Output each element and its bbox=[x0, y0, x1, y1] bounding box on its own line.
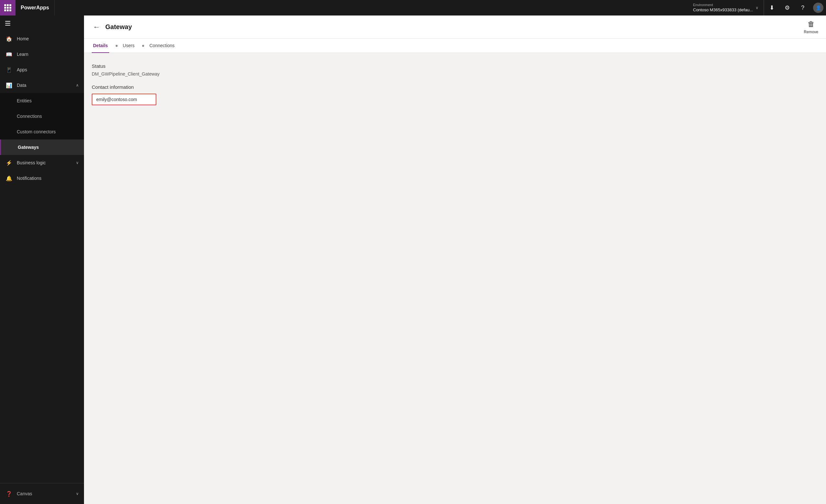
sidebar-item-notifications[interactable]: 🔔 Notifications bbox=[0, 171, 84, 186]
environment-name: Contoso M365x933833 (defau... bbox=[693, 7, 753, 12]
sidebar-item-apps[interactable]: 📱 Apps bbox=[0, 62, 84, 77]
gateway-name: DM_GWPipeline_Client_Gateway bbox=[92, 71, 818, 76]
canvas-chevron-icon: ∨ bbox=[76, 491, 79, 496]
environment-selector[interactable]: Environment Contoso M365x933833 (defau..… bbox=[688, 0, 764, 15]
business-logic-chevron-icon: ∨ bbox=[76, 161, 79, 165]
data-icon: 📊 bbox=[5, 81, 13, 89]
sidebar-item-business-logic[interactable]: ⚡ Business logic ∨ bbox=[0, 155, 84, 171]
settings-button[interactable]: ⚙ bbox=[779, 0, 795, 15]
download-icon: ⬇ bbox=[769, 4, 774, 11]
sidebar-nav: 🏠 Home 📖 Learn 📱 Apps 📊 Data ∧ Entities bbox=[0, 31, 84, 483]
notifications-icon: 🔔 bbox=[5, 174, 13, 182]
waffle-button[interactable] bbox=[0, 0, 15, 15]
avatar-letter: 👤 bbox=[816, 5, 821, 10]
environment-label: Environment bbox=[693, 3, 753, 7]
sidebar-label-entities: Entities bbox=[17, 98, 32, 103]
sidebar-footer: ❓ Canvas ∨ bbox=[0, 483, 84, 504]
contact-email-input[interactable] bbox=[92, 93, 156, 105]
topbar-actions: ⬇ ⚙ ? 👤 bbox=[764, 0, 826, 15]
help-button[interactable]: ? bbox=[795, 0, 811, 15]
back-arrow-icon: ← bbox=[93, 23, 100, 31]
sidebar-label-notifications: Notifications bbox=[17, 176, 41, 181]
main-layout: 🏠 Home 📖 Learn 📱 Apps 📊 Data ∧ Entities bbox=[0, 15, 826, 504]
contact-section: Contact information bbox=[92, 84, 818, 105]
environment-info: Environment Contoso M365x933833 (defau..… bbox=[693, 3, 753, 13]
trash-icon: 🗑 bbox=[808, 20, 815, 28]
hamburger-button[interactable] bbox=[0, 15, 15, 31]
sidebar-label-custom-connectors: Custom connectors bbox=[17, 129, 56, 134]
sidebar-label-business-logic: Business logic bbox=[17, 160, 46, 165]
tab-separator-1 bbox=[116, 45, 118, 47]
sidebar-label-apps: Apps bbox=[17, 67, 27, 72]
brand-text: PowerApps bbox=[21, 5, 49, 11]
sidebar-label-connections: Connections bbox=[17, 114, 42, 119]
back-button[interactable]: ← bbox=[92, 22, 102, 33]
waffle-icon bbox=[4, 4, 11, 11]
tab-connections-label: Connections bbox=[149, 43, 174, 48]
tab-details[interactable]: Details bbox=[92, 39, 109, 53]
sidebar-label-canvas: Canvas bbox=[17, 491, 32, 496]
contact-section-label: Contact information bbox=[92, 84, 818, 90]
page-header-left: ← Gateway bbox=[92, 22, 132, 33]
tab-users-label: Users bbox=[123, 43, 135, 48]
home-icon: 🏠 bbox=[5, 35, 13, 43]
download-button[interactable]: ⬇ bbox=[764, 0, 779, 15]
page-body: Status DM_GWPipeline_Client_Gateway Cont… bbox=[84, 53, 826, 504]
gear-icon: ⚙ bbox=[785, 4, 790, 11]
tab-connections[interactable]: Connections bbox=[148, 39, 176, 53]
sidebar-item-connections[interactable]: Connections bbox=[0, 109, 84, 124]
business-logic-icon: ⚡ bbox=[5, 159, 13, 167]
sidebar: 🏠 Home 📖 Learn 📱 Apps 📊 Data ∧ Entities bbox=[0, 15, 84, 504]
data-chevron-icon: ∧ bbox=[76, 83, 79, 87]
sidebar-item-canvas[interactable]: ❓ Canvas ∨ bbox=[0, 486, 84, 501]
status-label: Status bbox=[92, 63, 818, 69]
sidebar-item-learn[interactable]: 📖 Learn bbox=[0, 47, 84, 62]
sidebar-item-home[interactable]: 🏠 Home bbox=[0, 31, 84, 47]
data-submenu: Entities Connections Custom connectors G… bbox=[0, 93, 84, 155]
sidebar-label-learn: Learn bbox=[17, 52, 28, 57]
content-area: ← Gateway 🗑 Remove Details Users Connect… bbox=[84, 15, 826, 504]
sidebar-label-gateways: Gateways bbox=[18, 145, 39, 150]
chevron-down-icon: ∨ bbox=[756, 5, 759, 10]
page-title: Gateway bbox=[105, 23, 132, 31]
apps-icon: 📱 bbox=[5, 66, 13, 74]
question-icon: ? bbox=[801, 4, 804, 11]
topbar: PowerApps Environment Contoso M365x93383… bbox=[0, 0, 826, 15]
sidebar-item-custom-connectors[interactable]: Custom connectors bbox=[0, 124, 84, 139]
learn-icon: 📖 bbox=[5, 50, 13, 58]
canvas-icon: ❓ bbox=[5, 490, 13, 498]
tabs-bar: Details Users Connections bbox=[84, 39, 826, 53]
remove-button[interactable]: 🗑 Remove bbox=[804, 20, 818, 34]
sidebar-item-data[interactable]: 📊 Data ∧ bbox=[0, 77, 84, 93]
status-section: Status DM_GWPipeline_Client_Gateway bbox=[92, 63, 818, 76]
user-avatar[interactable]: 👤 bbox=[813, 3, 823, 13]
sidebar-label-data: Data bbox=[17, 83, 26, 88]
tab-users[interactable]: Users bbox=[121, 39, 136, 53]
remove-label: Remove bbox=[804, 30, 818, 34]
sidebar-label-home: Home bbox=[17, 36, 29, 41]
brand-logo[interactable]: PowerApps bbox=[15, 0, 55, 15]
sidebar-item-entities[interactable]: Entities bbox=[0, 93, 84, 109]
tab-details-label: Details bbox=[93, 43, 108, 48]
page-header: ← Gateway 🗑 Remove bbox=[84, 15, 826, 39]
tab-separator-2 bbox=[142, 45, 144, 47]
sidebar-item-gateways[interactable]: Gateways bbox=[0, 139, 84, 155]
hamburger-icon bbox=[5, 21, 10, 25]
